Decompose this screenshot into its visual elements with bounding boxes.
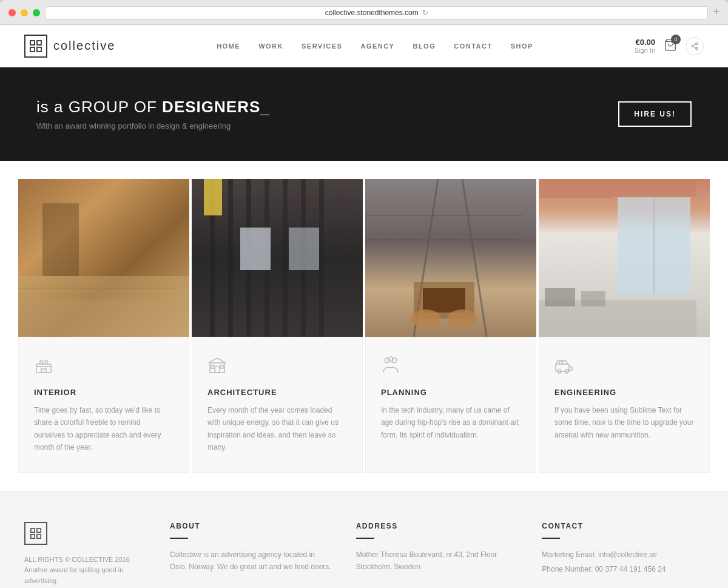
footer-copyright: ALL RIGHTS © COLLECTIVE 2016 Another awa…: [24, 555, 146, 587]
svg-rect-58: [31, 534, 35, 538]
portfolio-item-interior[interactable]: [18, 179, 189, 337]
svg-point-34: [447, 309, 477, 328]
svg-rect-45: [210, 363, 224, 373]
engineering-icon: [554, 356, 694, 379]
footer-contact-divider: [542, 538, 560, 539]
footer-address-text: Mother Theresa Boulevard, nr.43, 2nd Flo…: [356, 549, 518, 573]
header-right: €0.00 Sign In 0: [635, 37, 704, 55]
svg-rect-23: [204, 179, 222, 215]
svg-rect-1: [37, 41, 41, 45]
site-header: collective HOME WORK SERVICES AGENCY BLO…: [0, 25, 728, 67]
svg-rect-48: [220, 365, 223, 368]
address-bar[interactable]: collective.stonedthemes.com ↻: [45, 6, 708, 19]
cart-badge: 0: [671, 35, 681, 44]
website-content: collective HOME WORK SERVICES AGENCY BLO…: [0, 25, 728, 588]
svg-rect-55: [559, 362, 563, 364]
portfolio-item-industrial[interactable]: [365, 179, 536, 337]
planning-title: PLANNING: [381, 388, 521, 397]
footer-contact-phone: Phone Number: 00 377 44 191 456 24: [542, 563, 704, 575]
cart-signin[interactable]: Sign In: [635, 47, 655, 54]
svg-rect-2: [30, 47, 35, 52]
portfolio-item-architecture[interactable]: [192, 179, 363, 337]
interior-desc: Time goes by fast, so today we'd like to…: [34, 404, 174, 454]
svg-rect-41: [539, 179, 696, 197]
minimize-dot[interactable]: [21, 9, 28, 16]
architecture-title: ARCHITECTURE: [207, 388, 347, 397]
portfolio-item-modern[interactable]: [539, 179, 710, 337]
share-button[interactable]: [686, 37, 704, 55]
nav-work[interactable]: WORK: [258, 39, 283, 53]
architecture-desc: Every month of the year comes loaded wit…: [207, 404, 347, 454]
footer-tagline: Another award for spilling good in adver…: [24, 565, 146, 586]
engineering-desc: If you have been using Sublime Text for …: [554, 404, 694, 441]
footer-about-divider: [170, 538, 188, 539]
logo-area[interactable]: collective: [24, 35, 115, 58]
svg-rect-24: [240, 228, 271, 270]
svg-rect-56: [31, 528, 35, 532]
svg-point-33: [411, 309, 441, 328]
hero-subtitle: With an award winning portfolio in desig…: [36, 121, 270, 130]
footer-about-text: Collective is an advertising agency loca…: [170, 549, 332, 573]
cart-icon[interactable]: 0: [664, 38, 677, 54]
footer-address-title: ADDRESS: [356, 522, 518, 530]
svg-rect-22: [319, 179, 324, 337]
service-card-planning: PLANNING In the tech industry, many of u…: [365, 337, 536, 473]
footer-address-divider: [356, 538, 374, 539]
nav-blog[interactable]: BLOG: [413, 39, 436, 53]
hero-banner: is a GROUP OF DESIGNERS_ With an award w…: [0, 67, 728, 161]
nav-contact[interactable]: CONTACT: [454, 39, 492, 53]
footer-about-title: ABOUT: [170, 522, 332, 530]
svg-rect-17: [228, 179, 233, 337]
svg-point-6: [692, 45, 694, 47]
footer-contact-title: CONTACT: [542, 522, 704, 530]
browser-chrome: collective.stonedthemes.com ↻ +: [0, 0, 728, 25]
engineering-title: ENGINEERING: [554, 388, 694, 397]
footer-about: ABOUT Collective is an advertising agenc…: [170, 522, 332, 587]
svg-rect-32: [423, 288, 465, 313]
footer-contact-email: Marketing Email: info@collective.se: [542, 549, 704, 561]
maximize-dot[interactable]: [33, 9, 40, 16]
cart-price: €0.00: [635, 38, 655, 47]
svg-rect-46: [215, 367, 220, 373]
service-card-architecture: ARCHITECTURE Every month of the year com…: [192, 337, 363, 473]
nav-shop[interactable]: SHOP: [511, 39, 533, 53]
service-card-engineering: ENGINEERING If you have been using Subli…: [539, 337, 710, 473]
close-dot[interactable]: [8, 9, 16, 16]
footer-logo-area: ALL RIGHTS © COLLECTIVE 2016 Another awa…: [24, 522, 146, 587]
architecture-icon: [207, 356, 347, 379]
nav-services[interactable]: SERVICES: [302, 39, 342, 53]
hire-us-button[interactable]: HIRE US!: [618, 101, 692, 127]
hero-suffix: _: [260, 98, 269, 116]
svg-rect-20: [283, 179, 288, 337]
nav-agency[interactable]: AGENCY: [360, 39, 394, 53]
hero-prefix: is a GROUP OF: [36, 98, 162, 116]
planning-icon: [381, 356, 521, 379]
interior-icon: [34, 356, 174, 379]
service-card-interior: INTERIOR Time goes by fast, so today we'…: [18, 337, 189, 473]
footer-contact: CONTACT Marketing Email: info@collective…: [542, 522, 704, 587]
refresh-icon[interactable]: ↻: [422, 8, 428, 17]
new-tab-button[interactable]: +: [713, 6, 720, 19]
url-text: collective.stonedthemes.com: [325, 8, 419, 17]
svg-line-8: [693, 46, 696, 47]
footer-logo-icon: [24, 522, 47, 545]
nav-home[interactable]: HOME: [217, 39, 240, 53]
interior-title: INTERIOR: [34, 388, 174, 397]
svg-rect-40: [581, 291, 605, 306]
hero-bold: DESIGNERS: [162, 98, 260, 116]
svg-rect-57: [37, 528, 41, 532]
svg-rect-47: [211, 365, 214, 368]
svg-rect-39: [545, 288, 575, 306]
svg-rect-44: [41, 369, 46, 373]
svg-rect-0: [30, 41, 35, 45]
svg-line-9: [693, 44, 696, 45]
planning-desc: In the tech industry, many of us came of…: [381, 404, 521, 441]
services-grid: INTERIOR Time goes by fast, so today we'…: [0, 337, 728, 491]
hero-headline: is a GROUP OF DESIGNERS_: [36, 98, 270, 117]
logo-icon: [24, 35, 47, 58]
svg-rect-12: [42, 203, 79, 276]
cart-info: €0.00 Sign In: [635, 38, 655, 54]
svg-rect-13: [18, 300, 189, 337]
copyright-text: ALL RIGHTS © COLLECTIVE 2016: [24, 555, 146, 566]
svg-rect-43: [36, 364, 51, 373]
